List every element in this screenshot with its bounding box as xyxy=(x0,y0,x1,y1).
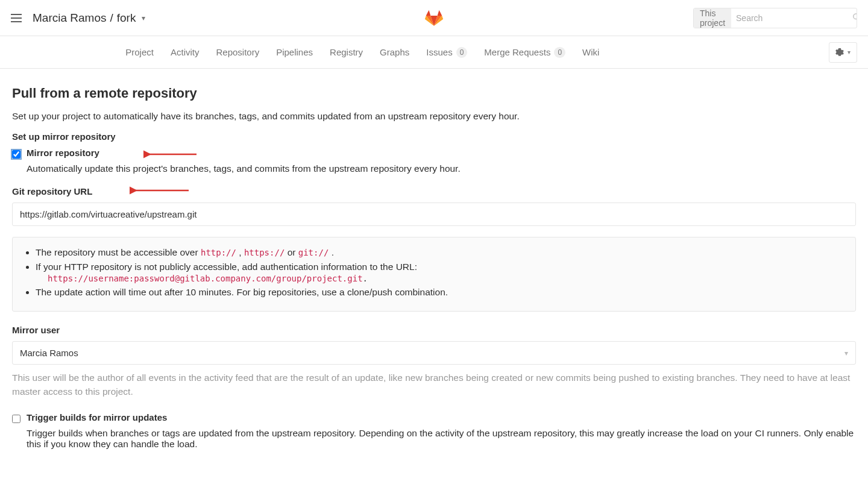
breadcrumb: Marcia Ramos / fork ▾ xyxy=(33,11,145,25)
search-scope-button[interactable]: This project xyxy=(694,8,731,28)
mr-count-badge: 0 xyxy=(554,47,565,58)
search-container: This project xyxy=(693,8,857,28)
tab-graphs[interactable]: Graphs xyxy=(380,47,409,58)
topbar: Marcia Ramos / fork ▾ This project xyxy=(0,0,868,36)
tab-issues[interactable]: Issues 0 xyxy=(426,47,467,58)
code-https: https:// xyxy=(244,248,285,257)
git-url-label: Git repository URL xyxy=(12,186,856,196)
tab-merge-requests[interactable]: Merge Requests 0 xyxy=(484,47,565,58)
tab-project[interactable]: Project xyxy=(125,47,154,58)
settings-dropdown-button[interactable]: ▾ xyxy=(829,42,857,63)
mirror-repository-checkbox[interactable] xyxy=(12,150,20,159)
tab-wiki[interactable]: Wiki xyxy=(582,47,599,58)
tab-activity[interactable]: Activity xyxy=(171,47,200,58)
code-auth-url: https://username:password@gitlab.company… xyxy=(48,274,363,283)
annotation-arrow-icon xyxy=(130,185,190,196)
trigger-builds-label: Trigger builds for mirror updates xyxy=(27,412,167,422)
page-title: Pull from a remote repository xyxy=(12,86,856,101)
mirror-user-help: This user will be the author of all even… xyxy=(12,371,856,399)
mirror-user-select[interactable]: Marcia Ramos ▾ xyxy=(12,341,856,365)
list-item: The update action will time out after 10… xyxy=(36,287,844,298)
project-nav: Project Activity Repository Pipelines Re… xyxy=(0,36,868,69)
main-content: Pull from a remote repository Set up you… xyxy=(0,69,868,479)
trigger-builds-row: Trigger builds for mirror updates xyxy=(12,412,856,423)
gear-icon xyxy=(835,48,844,57)
tab-registry[interactable]: Registry xyxy=(330,47,363,58)
gitlab-logo[interactable] xyxy=(424,7,444,29)
code-http: http:// xyxy=(201,248,236,257)
list-item: The repository must be accessible over h… xyxy=(36,247,844,258)
page-description: Set up your project to automatically hav… xyxy=(12,111,856,122)
mirror-user-value: Marcia Ramos xyxy=(20,348,78,358)
mirror-checkbox-help: Automatically update this project's bran… xyxy=(27,163,856,174)
search-icon[interactable] xyxy=(846,13,857,23)
chevron-down-icon: ▾ xyxy=(844,349,848,357)
mirror-checkbox-row: Mirror repository xyxy=(12,148,856,159)
hamburger-icon[interactable] xyxy=(11,14,22,22)
breadcrumb-separator: / xyxy=(110,11,113,25)
breadcrumb-project[interactable]: fork xyxy=(117,11,136,25)
url-help-panel: The repository must be accessible over h… xyxy=(12,237,856,312)
list-item: If your HTTP repository is not publicly … xyxy=(36,262,844,283)
chevron-down-icon[interactable]: ▾ xyxy=(142,14,145,22)
trigger-builds-help: Trigger builds when branches or tags are… xyxy=(27,428,856,450)
search-input[interactable] xyxy=(731,8,846,28)
git-repository-url-input[interactable] xyxy=(12,203,856,226)
chevron-down-icon: ▾ xyxy=(848,49,851,55)
tab-mr-label: Merge Requests xyxy=(484,47,550,57)
svg-point-0 xyxy=(854,14,857,19)
breadcrumb-owner[interactable]: Marcia Ramos xyxy=(33,11,106,25)
code-git: git:// xyxy=(298,248,329,257)
issues-count-badge: 0 xyxy=(456,47,468,58)
tab-pipelines[interactable]: Pipelines xyxy=(276,47,313,58)
tab-repository[interactable]: Repository xyxy=(216,47,259,58)
mirror-user-label: Mirror user xyxy=(12,325,856,335)
mirror-repository-label: Mirror repository xyxy=(27,148,99,158)
mirror-setup-subhead: Set up mirror repository xyxy=(12,131,856,142)
trigger-builds-checkbox[interactable] xyxy=(12,415,20,423)
annotation-arrow-icon xyxy=(143,149,198,160)
tab-issues-label: Issues xyxy=(426,47,452,57)
